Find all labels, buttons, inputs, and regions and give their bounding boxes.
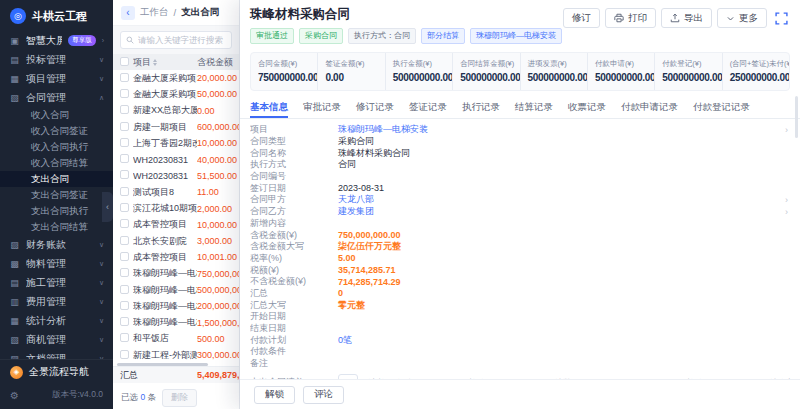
tab-6[interactable]: 收票记录 [568,99,606,118]
export-button[interactable]: 导出 [661,8,712,28]
app-logo-text: 斗栱云工程 [32,9,87,24]
sort-icon[interactable] [153,59,157,66]
form-row: 税额(¥)35,714,285.71 [250,264,790,276]
column-amount[interactable]: 含税金额 [197,56,239,69]
row-checkbox[interactable] [120,122,129,131]
sidebar-group-item[interactable]: ▧商机管理∨ [0,330,113,349]
table-row[interactable]: 测试项目811.00 [113,184,239,200]
select-all-checkbox[interactable] [120,57,129,66]
sidebar-subitem[interactable]: 收入合同 [0,107,113,123]
status-tag: 部分结算 [421,28,465,44]
row-checkbox[interactable] [120,236,129,245]
sidebar-item-smart-screen[interactable]: ▣ 智慧大屏 尊享版 › [0,31,113,50]
horizontal-scrollbar[interactable] [117,363,208,366]
more-label: 更多 [739,12,758,25]
tab-4[interactable]: 执行记录 [462,99,500,118]
table-row[interactable]: 金融大厦采购项目50,000.00 [113,86,239,102]
table-row[interactable]: 金融大厦采购项目20,000.00 [113,70,239,86]
material-icon: ▩ [9,259,20,269]
field-value[interactable]: 建发集团 [338,205,374,218]
sidebar-subitem[interactable]: 收入合同执行 [0,139,113,155]
sidebar-subitem[interactable]: 收入合同结算 [0,155,113,171]
delete-button[interactable]: 删除 [162,389,197,407]
tab-1[interactable]: 审批记录 [303,99,341,118]
sidebar-subitem[interactable]: 支出合同执行 [0,203,113,219]
print-button[interactable]: 打印 [605,8,656,28]
table-row[interactable]: 成本管控项目10,001.00 [113,249,239,265]
search-input[interactable] [138,35,226,45]
sidebar-item-label: 商机管理 [26,333,93,347]
table-row[interactable]: 房建一期项目600,000.00 [113,119,239,135]
row-project-name: 测试项目8 [133,186,197,199]
process-nav-button[interactable]: ◈ 全景流程导航 [0,359,113,384]
tab-5[interactable]: 结算记录 [515,99,553,118]
row-checkbox[interactable] [120,138,129,147]
row-checkbox[interactable] [120,285,129,294]
row-checkbox[interactable] [120,105,129,114]
fullscreen-icon[interactable] [772,9,790,27]
row-checkbox[interactable] [120,219,129,228]
row-checkbox[interactable] [120,301,129,310]
table-row[interactable]: 成本管控项目10,000.00 [113,217,239,233]
table-row[interactable]: 北京长安剧院3,000.00 [113,233,239,249]
table-row[interactable]: 珠穆朗玛峰—电梯...750,000,000.00 [113,266,239,282]
table-row[interactable]: 上海丁香园2期改造...10,000.00 [113,135,239,151]
chevron-up-icon: ∧ [99,94,104,102]
row-checkbox[interactable] [120,333,129,342]
row-checkbox[interactable] [120,73,129,82]
table-row[interactable]: 珠穆朗玛峰—电梯...1,500,000,000.00 [113,314,239,330]
revise-button[interactable]: 修订 [563,8,600,28]
chevron-right-icon[interactable]: › [785,207,788,217]
chevron-right-icon[interactable]: › [785,125,788,135]
field-value[interactable]: 0笔 [338,334,352,347]
row-checkbox[interactable] [120,268,129,277]
table-row[interactable]: 和平饭店500.00 [113,331,239,347]
sidebar-subitem[interactable]: 收入合同签证 [0,123,113,139]
tab-3[interactable]: 签证记录 [409,99,447,118]
sidebar-collapse-handle[interactable]: ‹ [102,192,113,222]
row-checkbox[interactable] [120,317,129,326]
tab-8[interactable]: 付款登记记录 [693,99,750,118]
row-checkbox[interactable] [120,170,129,179]
row-checkbox[interactable] [120,187,129,196]
sidebar-group-item[interactable]: ▦统计分析∨ [0,311,113,330]
gear-icon[interactable]: ⚙ [10,390,19,401]
sidebar-group-item[interactable]: ▦项目管理∨ [0,69,113,88]
sidebar-subitem[interactable]: 支出合同签证 [0,187,113,203]
tab-7[interactable]: 付款申请记录 [621,99,678,118]
comment-button[interactable]: 评论 [303,386,344,404]
sidebar-subitem[interactable]: 支出合同 [0,171,113,187]
table-row[interactable]: 滨江花城10期项目-...2,000.00 [113,200,239,216]
sidebar-group-item[interactable]: ▥费用管理∨ [0,292,113,311]
unlock-button[interactable]: 解锁 [254,386,295,404]
tab-0[interactable]: 基本信息 [250,99,288,118]
sidebar-item-label: 投标管理 [26,53,93,67]
sidebar-subitem[interactable]: 支出合同结算 [0,219,113,235]
table-row[interactable]: 新建工程-外部测试300,000.00 [113,347,239,363]
table-row[interactable]: 珠穆朗玛峰—电梯...200,000,000.00 [113,298,239,314]
row-checkbox[interactable] [120,350,129,359]
sidebar-item-contract-group[interactable]: ▧ 合同管理 ∧ [0,88,113,107]
more-button[interactable]: 更多 [717,8,767,28]
row-checkbox[interactable] [120,154,129,163]
tab-2[interactable]: 修订记录 [356,99,394,118]
sidebar-group-item[interactable]: ▩物料管理∨ [0,254,113,273]
table-row[interactable]: 新建XX总部大厦工...0.00 [113,103,239,119]
sidebar-group-item[interactable]: ▤投标管理∨ [0,50,113,69]
chevron-right-icon[interactable]: › [785,195,788,205]
row-checkbox[interactable] [120,252,129,261]
row-checkbox[interactable] [120,203,129,212]
sidebar-group-item[interactable]: ▤施工管理∨ [0,273,113,292]
column-name[interactable]: 项目 [133,56,151,69]
table-row[interactable]: WH2023083151,500.00 [113,168,239,184]
table-row[interactable]: WH2023083140,000.00 [113,151,239,167]
vertical-scrollbar[interactable] [795,96,798,138]
construction-icon: ▤ [9,278,20,288]
sidebar-group-item[interactable]: ▨财务账款∨ [0,235,113,254]
contract-list-panel: ‹ 工作台 / 支出合同 项目 含税金额 金融大厦采购项目20,000.00金融… [113,0,240,409]
back-button[interactable]: ‹ [121,6,135,20]
table-row[interactable]: 珠穆朗玛峰—电梯...500,000,000.00 [113,282,239,298]
field-value: 柒亿伍仟万元整 [338,240,401,253]
breadcrumb-section[interactable]: 工作台 [140,6,169,19]
row-checkbox[interactable] [120,89,129,98]
